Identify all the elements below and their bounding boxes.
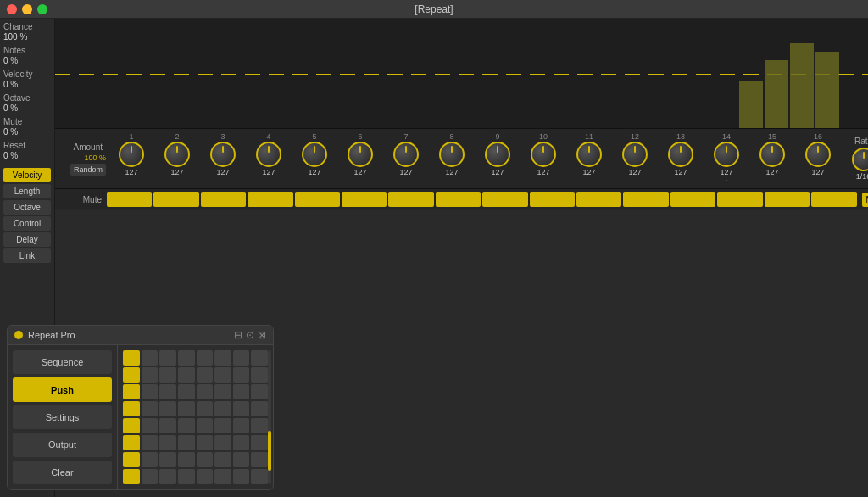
grid-cell-20[interactable]	[197, 384, 214, 399]
mute-btn-8[interactable]	[436, 192, 481, 207]
grid-cell-45[interactable]	[214, 435, 231, 450]
grid-cell-1[interactable]	[142, 350, 159, 366]
grid-cell-62[interactable]	[233, 469, 250, 484]
scroll-thumb[interactable]	[268, 431, 271, 471]
grid-cell-49[interactable]	[142, 452, 159, 467]
grid-cell-16[interactable]	[123, 384, 140, 399]
grid-cell-60[interactable]	[197, 469, 214, 484]
grid-cell-24[interactable]	[123, 401, 140, 416]
knob-15[interactable]	[760, 142, 785, 167]
grid-cell-59[interactable]	[178, 469, 195, 484]
grid-cell-53[interactable]	[214, 452, 231, 467]
grid-cell-9[interactable]	[142, 367, 159, 383]
knob-4[interactable]	[256, 142, 281, 167]
mute-btn-5[interactable]	[295, 192, 340, 207]
tab-control[interactable]: Control	[3, 216, 51, 231]
knob-10[interactable]	[531, 142, 556, 167]
mute-btn-10[interactable]	[530, 192, 575, 207]
knob-13[interactable]	[668, 142, 693, 167]
grid-cell-0[interactable]	[123, 350, 140, 366]
grid-cell-58[interactable]	[159, 469, 176, 484]
knob-7[interactable]	[393, 142, 419, 167]
mute-btn-2[interactable]	[153, 192, 198, 207]
grid-cell-19[interactable]	[178, 384, 195, 399]
tab-length[interactable]: Length	[3, 184, 51, 198]
grid-cell-61[interactable]	[214, 469, 231, 484]
grid-cell-25[interactable]	[142, 401, 159, 416]
close-button[interactable]	[7, 4, 17, 14]
push-button[interactable]: Push	[13, 377, 112, 401]
grid-cell-57[interactable]	[142, 469, 159, 484]
maximize-button[interactable]	[37, 4, 47, 14]
grid-cell-36[interactable]	[197, 418, 214, 433]
grid-cell-42[interactable]	[159, 435, 176, 450]
minimize-button[interactable]	[22, 4, 32, 14]
knob-6[interactable]	[348, 142, 373, 167]
mute-btn-4[interactable]	[248, 192, 292, 207]
grid-cell-22[interactable]	[233, 384, 250, 399]
grid-cell-55[interactable]	[251, 452, 268, 467]
grid-cell-63[interactable]	[251, 469, 268, 484]
grid-cell-51[interactable]	[178, 452, 195, 467]
settings-button[interactable]: Settings	[13, 405, 112, 429]
grid-cell-29[interactable]	[214, 401, 231, 416]
grid-cell-8[interactable]	[123, 367, 140, 383]
grid-cell-6[interactable]	[233, 350, 250, 366]
grid-cell-40[interactable]	[123, 435, 140, 450]
rate-knob[interactable]	[852, 148, 869, 171]
grid-cell-54[interactable]	[233, 452, 250, 467]
mute-btn-14[interactable]	[717, 192, 762, 207]
grid-cell-34[interactable]	[159, 418, 176, 433]
grid-cell-10[interactable]	[159, 367, 176, 383]
grid-cell-31[interactable]	[251, 401, 268, 416]
knob-11[interactable]	[576, 142, 602, 167]
clear-button[interactable]: Clear	[13, 461, 112, 484]
grid-cell-7[interactable]	[251, 350, 268, 366]
knob-1[interactable]	[119, 142, 144, 167]
grid-cell-4[interactable]	[197, 350, 214, 366]
knob-3[interactable]	[210, 142, 236, 167]
window-controls[interactable]	[7, 4, 47, 14]
grid-cell-14[interactable]	[233, 367, 250, 383]
grid-cell-32[interactable]	[123, 418, 140, 433]
map-button[interactable]: Map	[862, 193, 868, 207]
knob-14[interactable]	[714, 142, 739, 167]
grid-cell-56[interactable]	[123, 469, 140, 484]
grid-cell-23[interactable]	[251, 384, 268, 399]
grid-cell-15[interactable]	[251, 367, 268, 383]
knob-2[interactable]	[164, 142, 190, 167]
grid-cell-47[interactable]	[251, 435, 268, 450]
grid-cell-35[interactable]	[178, 418, 195, 433]
grid-cell-48[interactable]	[123, 452, 140, 467]
mute-btn-9[interactable]	[482, 192, 527, 207]
tab-velocity[interactable]: Velocity	[3, 168, 51, 182]
knob-9[interactable]	[485, 142, 510, 167]
grid-cell-52[interactable]	[197, 452, 214, 467]
grid-cell-33[interactable]	[142, 418, 159, 433]
knob-16[interactable]	[805, 142, 831, 167]
grid-cell-44[interactable]	[197, 435, 214, 450]
grid-cell-21[interactable]	[214, 384, 231, 399]
tab-octave[interactable]: Octave	[3, 200, 51, 215]
output-button[interactable]: Output	[13, 433, 112, 456]
tab-delay[interactable]: Delay	[3, 232, 51, 247]
mute-btn-3[interactable]	[201, 192, 246, 207]
mute-btn-6[interactable]	[342, 192, 387, 207]
float-minus-icon[interactable]: ⊟	[234, 329, 242, 341]
knob-8[interactable]	[439, 142, 465, 167]
grid-cell-17[interactable]	[142, 384, 159, 399]
grid-cell-26[interactable]	[159, 401, 176, 416]
grid-cell-18[interactable]	[159, 384, 176, 399]
mute-btn-7[interactable]	[388, 192, 433, 207]
knob-12[interactable]	[622, 142, 648, 167]
grid-cell-11[interactable]	[178, 367, 195, 383]
grid-cell-28[interactable]	[197, 401, 214, 416]
random-button[interactable]: Random	[70, 164, 106, 176]
mute-btn-16[interactable]	[811, 192, 856, 207]
grid-cell-50[interactable]	[159, 452, 176, 467]
grid-cell-13[interactable]	[214, 367, 231, 383]
grid-cell-30[interactable]	[233, 401, 250, 416]
scroll-bar[interactable]	[268, 350, 271, 484]
grid-cell-37[interactable]	[214, 418, 231, 433]
tab-link[interactable]: Link	[3, 248, 51, 263]
